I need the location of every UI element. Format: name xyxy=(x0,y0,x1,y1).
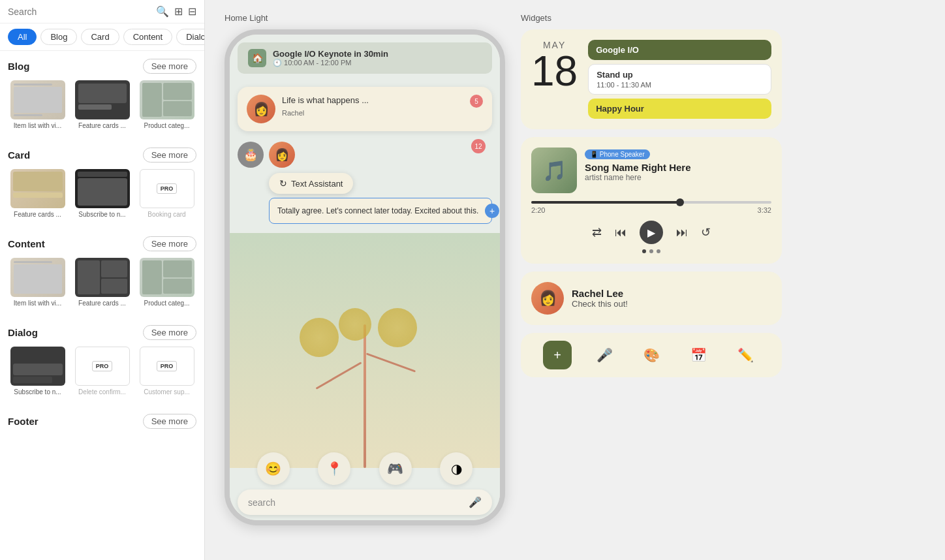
section-dialog-items: Subscribe to n... Delete confirm... Cust… xyxy=(8,347,196,396)
list-item[interactable]: Subscribe to n... xyxy=(8,347,67,396)
item-label: Item list with vi... xyxy=(14,300,61,307)
list-item[interactable]: Customer sup... xyxy=(137,347,196,396)
music-progress-bar[interactable] xyxy=(531,201,771,204)
filter-tab-all[interactable]: All xyxy=(8,29,37,45)
nav-location[interactable]: 📍 xyxy=(318,452,350,485)
reply-text: Totally agree. Let's connect later today… xyxy=(277,205,484,217)
music-progress-fill xyxy=(531,201,680,204)
item-label: Feature cards ... xyxy=(78,300,126,307)
grid-icon-2[interactable]: ⊟ xyxy=(188,5,196,18)
list-item[interactable]: Booking card xyxy=(137,169,196,218)
nav-contrast[interactable]: ◑ xyxy=(440,452,473,485)
sidebar: 🔍 ⊞ ⊟ All Blog Card Content Dialo... Blo… xyxy=(0,0,205,560)
chat-name: Rachel xyxy=(282,109,463,117)
list-item[interactable]: Feature cards ... xyxy=(72,80,132,129)
chat-text: Life is what happens ... xyxy=(282,95,463,106)
shuffle-button[interactable]: ⇄ xyxy=(592,225,602,240)
list-item[interactable]: Item list with vi... xyxy=(8,80,67,129)
progress-times: 2:20 3:32 xyxy=(531,206,771,214)
pencil-widget-button[interactable]: ✏️ xyxy=(731,341,760,369)
filter-tab-dialog[interactable]: Dialo... xyxy=(176,29,204,45)
item-thumb xyxy=(75,258,130,297)
chat-area: 👩 Life is what happens ... Rachel 5 xyxy=(238,87,492,131)
cal-event-time: 11:00 - 11:30 AM xyxy=(596,81,763,89)
list-item[interactable]: Subscribe to n... xyxy=(72,169,132,218)
text-assistant-popup[interactable]: ↻ Text Assistant xyxy=(269,173,353,194)
section-blog-see-more[interactable]: See more xyxy=(143,59,196,74)
chat-bubble: 👩 Life is what happens ... Rachel 5 xyxy=(238,87,492,131)
dot-1 xyxy=(642,249,646,253)
msg-text: Check this out! xyxy=(572,299,628,309)
section-footer: Footer See more xyxy=(0,406,204,438)
item-label-pro: Delete confirm... xyxy=(78,388,126,396)
section-blog-title: Blog xyxy=(8,61,29,72)
item-label-pro: Customer sup... xyxy=(144,388,190,396)
phone-background xyxy=(230,233,500,468)
cal-event-standup: Stand up 11:00 - 11:30 AM xyxy=(588,64,771,95)
item-thumb xyxy=(75,169,130,208)
palette-widget-button[interactable]: 🎨 xyxy=(637,341,666,369)
item-label: Product categ... xyxy=(144,300,189,307)
phone-search-bar[interactable]: search 🎤 xyxy=(238,490,492,515)
reply-plus-icon[interactable]: + xyxy=(485,204,499,218)
message-thread: 🎂 👩 12 ↻ Text Assistant Totally agree. L… xyxy=(238,142,492,224)
nav-game[interactable]: 🎮 xyxy=(379,452,412,485)
search-icon: 🔍 xyxy=(156,5,169,18)
music-controls: ⇄ ⏮ ▶ ⏭ ↺ xyxy=(531,221,771,244)
filter-tab-content[interactable]: Content xyxy=(123,29,173,45)
section-dialog-see-more[interactable]: See more xyxy=(143,325,196,340)
filter-tab-blog[interactable]: Blog xyxy=(40,29,77,45)
search-input[interactable] xyxy=(8,7,151,17)
mic-icon[interactable]: 🎤 xyxy=(469,496,482,508)
nav-emoji[interactable]: 😊 xyxy=(257,452,290,485)
list-item[interactable]: Feature cards ... xyxy=(8,169,67,218)
section-footer-see-more[interactable]: See more xyxy=(143,414,196,429)
time-current: 2:20 xyxy=(531,206,545,214)
list-item[interactable]: Delete confirm... xyxy=(72,347,132,396)
message-widget: 👩 Rachel Lee Check this out! xyxy=(521,272,782,325)
thread-avatar-2: 👩 xyxy=(269,142,295,168)
cal-date: MAY 18 xyxy=(531,40,578,119)
prev-button[interactable]: ⏮ xyxy=(615,226,627,240)
item-thumb-pro xyxy=(75,347,130,386)
item-label: Subscribe to n... xyxy=(14,388,61,396)
chat-avatar: 👩 xyxy=(247,95,275,123)
play-button[interactable]: ▶ xyxy=(640,221,663,244)
music-dots xyxy=(531,249,771,253)
section-card-title: Card xyxy=(8,149,30,161)
time-total: 3:32 xyxy=(758,206,771,214)
section-content-title: Content xyxy=(8,238,45,249)
section-footer-title: Footer xyxy=(8,416,39,427)
section-card-see-more[interactable]: See more xyxy=(143,148,196,163)
cal-day: 18 xyxy=(531,50,578,92)
filter-tabs: All Blog Card Content Dialo... xyxy=(0,23,204,51)
grid-icons: ⊞ ⊟ xyxy=(174,5,196,18)
plant-stem xyxy=(364,324,366,468)
phone-inner: 🏠 Google I/O Keynote in 30min 🕙 10:00 AM… xyxy=(230,35,500,520)
section-content-see-more[interactable]: See more xyxy=(143,236,196,251)
section-card: Card See more Feature cards ... xyxy=(0,140,204,228)
cal-event-title: Happy Hour xyxy=(596,104,764,114)
progress-dot xyxy=(676,198,684,206)
add-widget-button[interactable]: + xyxy=(543,341,572,369)
dot-3 xyxy=(657,249,660,253)
calendar-widget-button[interactable]: 📅 xyxy=(684,341,713,369)
section-content-items: Item list with vi... Feature cards ... xyxy=(8,258,196,307)
item-thumb-pro xyxy=(140,169,194,208)
list-item[interactable]: Product categ... xyxy=(137,80,196,129)
widgets-label: Widgets xyxy=(521,13,782,23)
next-button[interactable]: ⏭ xyxy=(676,226,688,240)
home-light-container: Home Light 🏠 Google I/O Keynote in 30min… xyxy=(225,13,505,547)
list-item[interactable]: Feature cards ... xyxy=(72,258,132,307)
mic-widget-button[interactable]: 🎤 xyxy=(590,341,619,369)
music-title: Song Name Right Here xyxy=(585,162,771,173)
item-thumb xyxy=(10,258,65,297)
list-item[interactable]: Item list with vi... xyxy=(8,258,67,307)
section-card-items: Feature cards ... Subscribe to n... Book… xyxy=(8,169,196,218)
list-item[interactable]: Product categ... xyxy=(137,258,196,307)
filter-tab-card[interactable]: Card xyxy=(81,29,119,45)
notification-bar: 🏠 Google I/O Keynote in 30min 🕙 10:00 AM… xyxy=(238,42,492,74)
repeat-button[interactable]: ↺ xyxy=(701,225,711,240)
music-header: 🎵 📱 Phone Speaker Song Name Right Here a… xyxy=(531,148,771,193)
grid-icon-1[interactable]: ⊞ xyxy=(174,5,183,18)
